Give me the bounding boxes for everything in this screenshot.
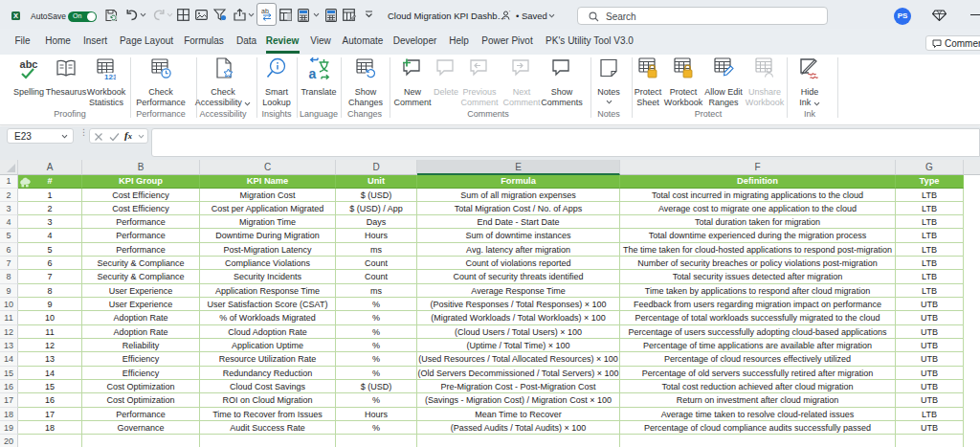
svg-text:ab: ab — [261, 8, 269, 14]
svg-text:X: X — [13, 11, 18, 20]
svg-text:123: 123 — [104, 73, 116, 80]
svg-text:abc: abc — [20, 58, 38, 70]
svg-text:ʹ: ʹ — [509, 10, 510, 15]
svg-text:a: a — [309, 66, 317, 81]
